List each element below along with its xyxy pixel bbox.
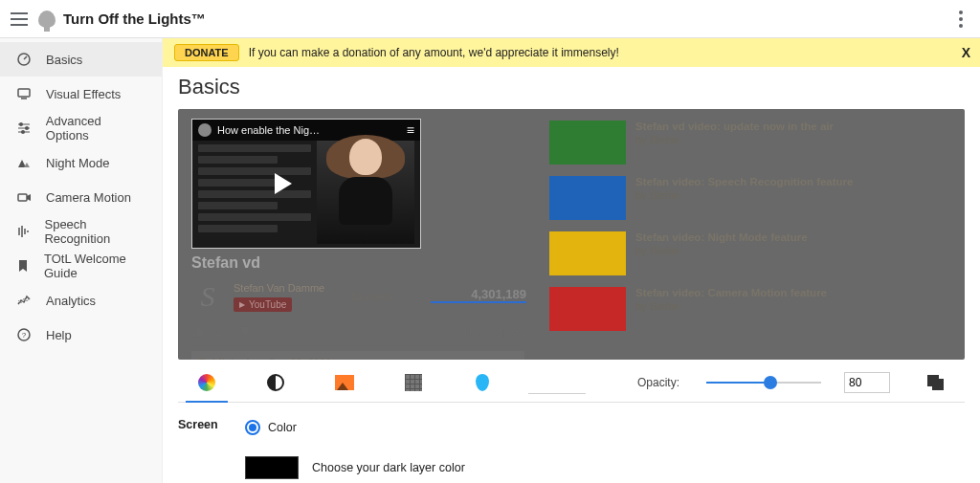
donation-text: If you can make a donation of any amount… bbox=[249, 46, 619, 59]
pattern-icon bbox=[405, 374, 422, 391]
section-heading: Screen bbox=[178, 412, 245, 483]
tab-color[interactable] bbox=[184, 363, 230, 402]
bookmark-icon bbox=[15, 257, 31, 274]
published-box: Published on Sep 22, 2011 The new introd… bbox=[191, 351, 524, 360]
main-area: DONATE If you can make a donation of any… bbox=[163, 38, 980, 483]
donation-banner: DONATE If you can make a donation of any… bbox=[163, 38, 980, 67]
tab-multi[interactable] bbox=[913, 363, 959, 402]
sidebar-item-speech-recognition[interactable]: Speech Recognition bbox=[0, 214, 162, 249]
screen-section: Screen Color Choose your dark layer colo… bbox=[163, 403, 980, 483]
related-item[interactable]: Stefan video: Speech Recognition feature… bbox=[549, 176, 951, 220]
bulb-icon bbox=[198, 123, 212, 137]
radio-color[interactable] bbox=[245, 420, 260, 435]
sidebar-item-label: Advanced Options bbox=[46, 114, 146, 143]
sidebar-item-welcome-guide[interactable]: TOtL Welcome Guide bbox=[0, 249, 162, 283]
svg-point-9 bbox=[21, 130, 25, 134]
thumbnail bbox=[549, 231, 626, 275]
camera-icon bbox=[15, 188, 33, 206]
color-wheel-icon bbox=[198, 374, 215, 391]
opacity-input[interactable] bbox=[844, 372, 890, 393]
published-date: Published on Sep 22, 2011 bbox=[199, 357, 517, 360]
app-logo-icon bbox=[38, 11, 56, 28]
sidebar-item-label: TOtL Welcome Guide bbox=[44, 252, 146, 280]
sidebar-item-basics[interactable]: Basics bbox=[0, 42, 162, 77]
related-by: by Stefan bbox=[635, 245, 808, 256]
like-bar bbox=[431, 301, 526, 303]
sidebar-item-label: Help bbox=[46, 328, 72, 342]
preview-panel: How enable the Nig… ≡ bbox=[178, 109, 965, 360]
chart-icon bbox=[15, 292, 33, 309]
sidebar-item-label: Basics bbox=[46, 53, 82, 67]
color-hint: Choose your dark layer color bbox=[312, 461, 465, 474]
related-item[interactable]: Stefan vd video: update now in the air b… bbox=[549, 121, 951, 165]
svg-marker-11 bbox=[24, 163, 30, 167]
sidebar-item-analytics[interactable]: Analytics bbox=[0, 283, 162, 318]
color-picker[interactable] bbox=[245, 456, 299, 479]
mountain-icon bbox=[15, 154, 33, 171]
opacity-slider[interactable] bbox=[706, 373, 821, 392]
sidebar-item-visual-effects[interactable]: Visual Effects bbox=[0, 77, 162, 111]
related-title: Stefan video: Night Mode feature bbox=[635, 231, 808, 243]
tab-image[interactable] bbox=[322, 363, 368, 402]
like-count: 4k bbox=[216, 327, 229, 340]
opacity-label: Opacity: bbox=[637, 376, 679, 389]
svg-point-7 bbox=[25, 126, 29, 130]
video-title: How enable the Nig… bbox=[217, 124, 401, 136]
video-player[interactable]: How enable the Nig… ≡ bbox=[191, 119, 421, 249]
thumbnail bbox=[549, 121, 626, 165]
related-item[interactable]: Stefan video: Night Mode feature by Stef… bbox=[549, 231, 951, 275]
share-button[interactable]: Share bbox=[496, 327, 526, 340]
svg-text:?: ? bbox=[22, 331, 27, 340]
add-to-button[interactable]: Add to bbox=[453, 327, 486, 340]
youtube-badge[interactable]: YouTube bbox=[234, 297, 292, 312]
channel-name: Stefan vd bbox=[191, 254, 526, 272]
related-by: by Stefan bbox=[635, 300, 827, 312]
close-icon[interactable]: X bbox=[962, 45, 970, 60]
tab-blur[interactable] bbox=[459, 363, 505, 402]
thumb-down-icon[interactable] bbox=[238, 325, 254, 341]
play-icon[interactable] bbox=[275, 173, 292, 194]
related-item[interactable]: Stefan video: Camera Motion feature by S… bbox=[549, 287, 951, 331]
related-by: by Stefan bbox=[635, 189, 853, 201]
image-icon bbox=[335, 375, 354, 390]
sidebar-item-label: Analytics bbox=[46, 294, 96, 308]
app-title: Turn Off the Lights™ bbox=[63, 11, 206, 27]
sidebar-item-help[interactable]: ? Help bbox=[0, 318, 162, 352]
svg-rect-12 bbox=[18, 194, 27, 201]
gauge-icon bbox=[15, 51, 33, 68]
view-count: 4,301,189 bbox=[431, 287, 526, 301]
tab-pattern[interactable] bbox=[390, 363, 436, 402]
tab-contrast[interactable] bbox=[253, 363, 299, 402]
page-title: Basics bbox=[163, 67, 980, 109]
more-icon[interactable] bbox=[949, 8, 972, 31]
donate-button[interactable]: DONATE bbox=[174, 44, 239, 61]
drop-icon bbox=[476, 374, 489, 391]
sidebar-item-camera-motion[interactable]: Camera Motion bbox=[0, 180, 162, 214]
voice-icon bbox=[15, 223, 31, 240]
related-title: Stefan video: Speech Recognition feature bbox=[635, 176, 853, 187]
screen-icon bbox=[15, 85, 33, 102]
menu-icon[interactable] bbox=[8, 8, 31, 31]
thumb-up-icon[interactable] bbox=[191, 325, 207, 341]
video-count: 55 videos bbox=[351, 292, 392, 302]
sidebar-item-label: Visual Effects bbox=[46, 87, 121, 101]
avatar: S bbox=[191, 277, 224, 316]
thumbnail bbox=[549, 287, 626, 331]
player-menu-icon: ≡ bbox=[407, 122, 414, 138]
related-by: by Stefan bbox=[635, 134, 834, 145]
svg-rect-2 bbox=[18, 89, 30, 97]
svg-point-5 bbox=[19, 122, 23, 126]
channel-owner: Stefan Van Damme bbox=[234, 282, 324, 294]
sidebar-item-label: Speech Recognition bbox=[44, 217, 146, 246]
layers-icon bbox=[927, 375, 945, 390]
sliders-icon bbox=[15, 120, 33, 137]
sidebar-item-night-mode[interactable]: Night Mode bbox=[0, 145, 162, 180]
sidebar-item-label: Night Mode bbox=[46, 156, 109, 170]
contrast-icon bbox=[267, 374, 284, 391]
svg-line-1 bbox=[24, 56, 27, 59]
related-videos: Stefan vd video: update now in the air b… bbox=[549, 119, 951, 352]
app-bar: Turn Off the Lights™ bbox=[0, 0, 980, 38]
related-title: Stefan video: Camera Motion feature bbox=[635, 287, 827, 298]
sidebar-item-advanced-options[interactable]: Advanced Options bbox=[0, 111, 162, 145]
sidebar-item-label: Camera Motion bbox=[46, 190, 131, 205]
